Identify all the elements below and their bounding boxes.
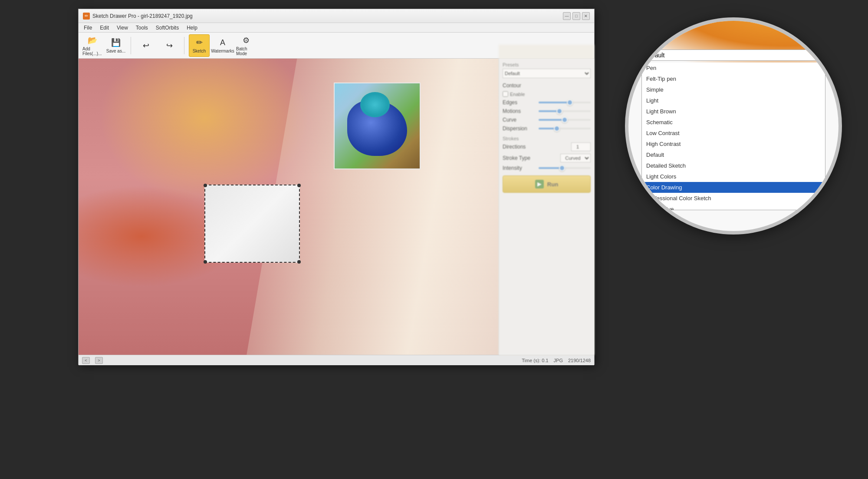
stroke-type-row: Stroke Type Curved [503,154,591,162]
nav-prev-button[interactable]: < [82,357,90,364]
sketch-button[interactable]: ✏ Sketch [189,34,210,57]
presets-label: Presets [503,62,591,67]
dropdown-current-value: Default [645,52,664,59]
preset-default[interactable]: Default [642,149,825,160]
intensity-slider[interactable] [539,167,591,169]
curve-label: Curve [503,117,516,123]
run-icon: ▶ [535,180,544,188]
preset-detailed-sketch[interactable]: Detailed Sketch [642,160,825,171]
preset-light-colors[interactable]: Light Colors [642,171,825,182]
folder-icon: 📂 [87,35,98,46]
preset-professional-color-sketch[interactable]: Professional Color Sketch [642,193,825,204]
window-title: Sketch Drawer Pro - girl-2189247_1920.jp… [92,13,563,19]
dispersion-label: Dispersion [503,126,527,132]
preset-high-contrast[interactable]: High Contrast [642,139,825,149]
undo-button[interactable]: ↩ [135,34,156,57]
undo-icon: ↩ [141,40,151,51]
contour-row: Contour [503,83,591,89]
menu-bar: File Edit View Tools SoftOrbits Help [79,23,594,33]
save-icon: 💾 [111,37,121,48]
handle-top-right[interactable] [297,184,301,187]
bird-drawing [335,83,420,168]
edges-slider[interactable] [539,102,591,103]
edges-row: Edges [503,99,591,106]
content-area: Presets Default Contour Enable Edges [79,59,594,355]
menu-file[interactable]: File [80,24,95,32]
directions-input[interactable] [571,142,591,151]
intensity-row: Intensity [503,165,591,171]
handle-top-left[interactable] [204,184,207,187]
strokes-section: Strokes Directions Stroke Type Curved In… [503,136,591,171]
motions-row: Motions [503,108,591,114]
nav-next-button[interactable]: > [95,357,103,364]
preset-light-brown[interactable]: Light Brown [642,106,825,117]
preset-light[interactable]: Light [642,95,825,106]
canvas-area[interactable] [79,59,499,355]
curve-row: Curve [503,117,591,123]
menu-help[interactable]: Help [183,24,201,32]
app-icon: ✏ [83,13,90,20]
handle-bottom-left[interactable] [204,260,207,264]
preset-expressive[interactable]: Expressive [642,204,825,210]
magnifier-overlay: Presets Default ▼ Pen Felt-Tip pen Simpl… [625,17,842,235]
preset-simple[interactable]: Simple [642,84,825,95]
menu-view[interactable]: View [113,24,132,32]
dispersion-row: Dispersion [503,126,591,132]
title-bar: ✏ Sketch Drawer Pro - girl-2189247_1920.… [79,9,594,23]
batch-mode-button[interactable]: ⚙ Batch Mode [236,34,256,57]
enable-row: Enable [503,91,591,97]
main-window: ✏ Sketch Drawer Pro - girl-2189247_1920.… [78,9,595,365]
close-button[interactable]: ✕ [582,12,590,20]
save-as-button[interactable]: 💾 Save as... [105,34,126,57]
sketch-selection-box[interactable] [204,185,300,263]
dispersion-slider[interactable] [539,128,591,129]
redo-button[interactable]: ↪ [159,34,180,57]
canvas-image [79,59,499,355]
dropdown-arrow-icon: ▼ [816,52,822,58]
stroke-type-label: Stroke Type [503,155,530,161]
dimensions-status: 2190/1248 [568,358,591,363]
redo-icon: ↪ [164,40,174,51]
format-status: JPG [554,358,563,363]
add-files-button[interactable]: 📂 Add Files(...)... [82,34,103,57]
sketch-icon: ✏ [194,37,204,48]
preset-low-contrast[interactable]: Low Contrast [642,128,825,139]
enable-checkbox[interactable] [503,91,508,97]
preset-pen[interactable]: Pen [642,63,825,73]
menu-edit[interactable]: Edit [96,24,112,32]
edges-label: Edges [503,99,517,106]
presets-section: Presets Default [503,62,591,78]
preset-color-drawing[interactable]: Color Drawing [642,182,825,193]
presets-dropdown-header[interactable]: Default ▼ [641,50,825,61]
handle-bottom-right[interactable] [297,260,301,264]
watermarks-button[interactable]: A Watermarks [212,34,233,57]
presets-select[interactable]: Default [503,69,591,78]
menu-softorbits[interactable]: SoftOrbits [152,24,182,32]
strokes-label: Strokes [503,136,591,141]
curve-slider[interactable] [539,119,591,121]
watermark-icon: A [217,37,228,48]
maximize-button[interactable]: □ [572,12,580,20]
status-right: Time (s): 0.1 JPG 2190/1248 [522,358,591,363]
magnifier-content: Presets Default ▼ Pen Felt-Tip pen Simpl… [641,38,825,214]
motions-label: Motions [503,108,521,114]
preset-schematic[interactable]: Schematic [642,117,825,128]
bird-image [334,83,421,169]
intensity-label: Intensity [503,165,522,171]
run-button[interactable]: ▶ Run [503,175,591,193]
preset-felt-tip-pen[interactable]: Felt-Tip pen [642,73,825,84]
directions-row: Directions [503,142,591,151]
motions-slider[interactable] [539,110,591,112]
contour-label: Contour [503,83,521,89]
menu-tools[interactable]: Tools [132,24,151,32]
toolbar-separator-1 [131,37,131,54]
controls-section: Contour Enable Edges Motions [503,83,591,132]
minimize-button[interactable]: — [563,12,571,20]
presets-dropdown-list: Pen Felt-Tip pen Simple Light Light Brow… [641,63,825,210]
run-label: Run [547,181,558,188]
window-controls: — □ ✕ [563,12,590,20]
right-panel: Presets Default Contour Enable Edges [499,59,594,355]
magnifier-presets-label: Presets [643,38,825,46]
enable-checkbox-label: Enable [503,91,525,97]
stroke-type-select[interactable]: Curved [560,154,591,162]
